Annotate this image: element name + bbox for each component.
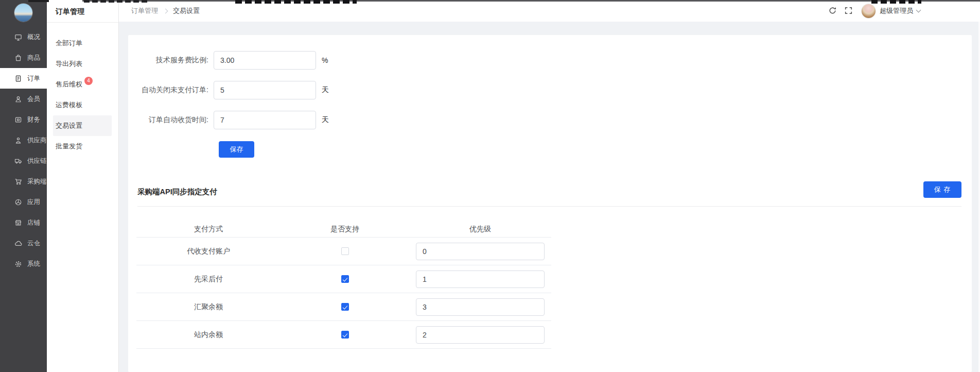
goods-icon xyxy=(14,54,22,62)
clipped-text-fragment xyxy=(871,0,921,4)
section-save-button[interactable]: 保 存 xyxy=(923,181,961,198)
support-checkbox[interactable] xyxy=(341,275,349,283)
auto-receive-suffix: 天 xyxy=(322,115,329,125)
after-sales-badge: 4 xyxy=(84,77,93,85)
sidebar-item-label: 供应链 xyxy=(27,157,47,165)
user-menu[interactable]: 超级管理员 xyxy=(862,4,920,18)
finance-icon xyxy=(14,116,22,124)
submenu-item-label: 批量发货 xyxy=(56,142,82,151)
column-header-supported: 是否支持 xyxy=(281,225,409,234)
support-checkbox[interactable] xyxy=(341,303,349,311)
logo-wrap xyxy=(0,0,47,23)
sidebar-item-cloud-warehouse[interactable]: 云仓 xyxy=(0,233,47,253)
clipped-text-fragment xyxy=(28,0,49,2)
priority-input[interactable] xyxy=(416,243,545,260)
payment-method-label: 站内余额 xyxy=(136,330,281,340)
order-submenu: 订单管理 全部订单 导出列表 售后维权 4 运费模板 交易设置 批量发货 xyxy=(47,0,119,372)
form-row-service-fee: 技术服务费比例: % xyxy=(128,51,328,70)
sidebar-item-supply-chain[interactable]: 供应链 xyxy=(0,150,47,171)
breadcrumb-current: 交易设置 xyxy=(173,6,200,15)
submenu-item-freight-template[interactable]: 运费模板 xyxy=(47,95,118,115)
submenu-items: 全部订单 导出列表 售后维权 4 运费模板 交易设置 批量发货 xyxy=(47,23,118,157)
payment-method-label: 汇聚余额 xyxy=(136,302,281,312)
priority-input[interactable] xyxy=(416,326,545,344)
primary-sidebar: 概况 商品 订单 会员 xyxy=(0,0,47,372)
sidebar-item-overview[interactable]: 概况 xyxy=(0,27,47,47)
sidebar-item-label: 订单 xyxy=(27,74,40,83)
support-checkbox[interactable] xyxy=(341,247,349,255)
form-row-auto-receive: 订单自动收货时间: 天 xyxy=(128,111,329,129)
sidebar-item-system[interactable]: 系统 xyxy=(0,253,47,274)
sidebar-item-goods[interactable]: 商品 xyxy=(0,47,47,68)
form-row-auto-close: 自动关闭未支付订单: 天 xyxy=(128,81,329,99)
section-divider xyxy=(137,206,961,207)
supply-chain-icon xyxy=(14,157,22,165)
auto-receive-input[interactable] xyxy=(214,111,316,129)
sidebar-item-shop[interactable]: 店铺 xyxy=(0,212,47,233)
submenu-item-label: 导出列表 xyxy=(56,59,82,69)
submenu-item-batch-shipping[interactable]: 批量发货 xyxy=(47,136,118,157)
service-fee-input[interactable] xyxy=(214,51,316,70)
table-row-huiju-balance: 汇聚余额 xyxy=(136,293,551,321)
auto-close-suffix: 天 xyxy=(322,86,329,95)
payment-section-title: 采购端API同步指定支付 xyxy=(137,187,217,197)
sidebar-item-orders[interactable]: 订单 xyxy=(0,68,47,89)
save-button[interactable]: 保存 xyxy=(219,141,254,158)
sidebar-item-label: 会员 xyxy=(27,95,40,104)
submenu-item-label: 交易设置 xyxy=(56,121,82,130)
sidebar-item-label: 采购端 xyxy=(27,177,47,186)
auto-close-label: 自动关闭未支付订单: xyxy=(128,86,214,95)
user-name: 超级管理员 xyxy=(880,6,913,15)
shop-icon xyxy=(14,219,22,227)
submenu-item-all-orders[interactable]: 全部订单 xyxy=(47,33,118,54)
breadcrumb-root[interactable]: 订单管理 xyxy=(131,6,158,15)
admin-screen: 概况 商品 订单 会员 xyxy=(0,0,980,372)
priority-input[interactable] xyxy=(416,270,545,288)
sidebar-item-procurement[interactable]: 采购端 xyxy=(0,171,47,192)
clipped-text-fragment xyxy=(235,0,357,4)
sidebar-item-label: 云仓 xyxy=(27,239,40,248)
service-fee-label: 技术服务费比例: xyxy=(128,56,214,65)
refresh-icon[interactable] xyxy=(828,6,837,15)
sidebar-item-label: 系统 xyxy=(27,260,40,268)
submenu-item-export-list[interactable]: 导出列表 xyxy=(47,54,118,74)
submenu-item-after-sales[interactable]: 售后维权 4 xyxy=(47,74,118,95)
procurement-icon xyxy=(14,178,22,185)
members-icon xyxy=(14,95,22,103)
supplier-icon xyxy=(14,137,22,144)
priority-input[interactable] xyxy=(416,298,545,316)
support-checkbox[interactable] xyxy=(341,331,349,339)
payment-method-label: 先采后付 xyxy=(136,275,281,284)
payment-method-label: 代收支付账户 xyxy=(136,247,281,256)
auto-receive-label: 订单自动收货时间: xyxy=(128,115,214,125)
sidebar-item-label: 应用 xyxy=(27,198,40,207)
fullscreen-icon[interactable] xyxy=(844,6,853,15)
chevron-down-icon xyxy=(916,8,921,13)
submenu-item-label: 售后维权 xyxy=(56,80,82,89)
sidebar-item-label: 商品 xyxy=(27,54,40,62)
dashboard-icon xyxy=(14,33,22,41)
clipped-text-fragment xyxy=(84,0,150,3)
auto-close-input[interactable] xyxy=(214,81,316,99)
clipped-content-bar xyxy=(82,0,980,2)
sidebar-item-members[interactable]: 会员 xyxy=(0,89,47,109)
sidebar-item-supplier[interactable]: 供应商 xyxy=(0,130,47,150)
table-row-buy-first-pay-later: 先采后付 xyxy=(136,265,551,293)
orders-icon xyxy=(14,75,22,82)
table-row-site-balance: 站内余额 xyxy=(136,321,551,349)
sidebar-item-label: 供应商 xyxy=(27,136,47,145)
payment-table: 支付方式 是否支持 优先级 代收支付账户 先采后付 汇聚余额 站内余额 xyxy=(136,221,551,349)
payment-table-header: 支付方式 是否支持 优先级 xyxy=(136,221,551,238)
submenu-item-label: 全部订单 xyxy=(56,39,82,48)
sidebar-item-apps[interactable]: 应用 xyxy=(0,192,47,212)
sidebar-item-finance[interactable]: 财务 xyxy=(0,109,47,130)
submenu-item-trade-settings[interactable]: 交易设置 xyxy=(53,115,112,136)
system-icon xyxy=(14,260,22,268)
sidebar-item-label: 店铺 xyxy=(27,218,40,227)
service-fee-suffix: % xyxy=(322,56,328,64)
submenu-item-label: 运费模板 xyxy=(56,100,82,110)
column-header-priority: 优先级 xyxy=(409,225,551,234)
breadcrumb: 订单管理 交易设置 xyxy=(131,6,200,15)
site-logo[interactable] xyxy=(14,4,32,22)
settings-card: 技术服务费比例: % 自动关闭未支付订单: 天 订单自动收货时间: 天 保存 采… xyxy=(128,35,972,372)
